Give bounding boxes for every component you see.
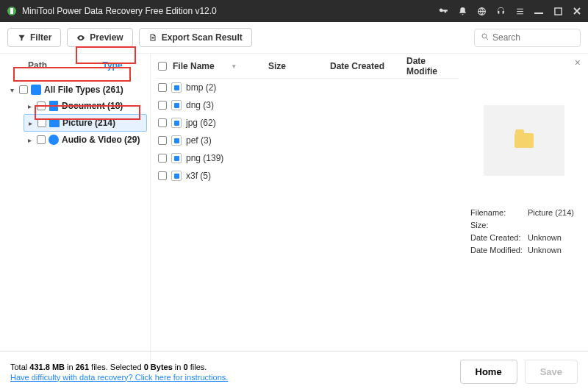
- filter-icon: [17, 33, 26, 42]
- globe-icon[interactable]: [476, 6, 487, 16]
- meta-filename-key: Filename:: [470, 208, 528, 217]
- help-link[interactable]: Have difficulty with data recovery? Clic…: [10, 373, 228, 382]
- checkbox[interactable]: [158, 136, 167, 145]
- footer: Total 431.8 MB in 261 files. Selected 0 …: [0, 351, 588, 392]
- headset-icon[interactable]: [495, 6, 506, 16]
- file-name: jpg (62): [186, 118, 459, 128]
- checkbox[interactable]: [158, 118, 167, 127]
- chevron-right-icon[interactable]: ▸: [26, 119, 35, 127]
- close-preview-icon[interactable]: ×: [575, 57, 581, 68]
- window-title: MiniTool Power Data Recovery Free Editio…: [22, 6, 438, 16]
- svg-rect-4: [554, 7, 561, 14]
- toolbar: Filter Preview Export Scan Result: [0, 22, 588, 54]
- file-list-header: File Name▾ Size Date Created Date Modifi…: [155, 54, 459, 79]
- tree-item-label: Document (18): [62, 101, 123, 111]
- chevron-down-icon[interactable]: ▾: [7, 86, 16, 94]
- column-date-created[interactable]: Date Created: [330, 61, 406, 71]
- preview-panel: × Filename:Picture (214) Size: Date Crea…: [463, 54, 588, 371]
- picture-icon: [49, 118, 60, 128]
- file-list-body: bmp (2) dng (3) jpg (62) pef (3) png (13…: [155, 79, 459, 185]
- file-row[interactable]: dng (3): [155, 96, 459, 114]
- filetype-icon: [171, 82, 182, 93]
- meta-filename-value: Picture (214): [528, 208, 578, 217]
- minimize-icon[interactable]: [534, 6, 544, 16]
- file-type-tree: ▾ All File Types (261) ▸ Document (18) ▸…: [0, 77, 150, 152]
- checkbox[interactable]: [158, 101, 167, 110]
- checkbox[interactable]: [37, 135, 46, 144]
- meta-modified-key: Date Modified:: [470, 246, 528, 254]
- column-size[interactable]: Size: [268, 61, 330, 71]
- checkbox[interactable]: [158, 83, 167, 92]
- chevron-right-icon[interactable]: ▸: [25, 136, 34, 144]
- app-icon: [6, 5, 18, 17]
- meta-size-key: Size:: [470, 221, 528, 229]
- filetype-icon: [171, 135, 182, 146]
- file-row[interactable]: pef (3): [155, 132, 459, 149]
- sort-arrow-icon: ▾: [232, 63, 236, 70]
- svg-rect-1: [10, 8, 13, 14]
- close-icon[interactable]: [572, 6, 582, 16]
- file-name: x3f (5): [186, 171, 459, 181]
- checkbox[interactable]: [158, 154, 167, 163]
- filetype-icon: [171, 118, 182, 128]
- svg-rect-3: [534, 13, 543, 14]
- tree-item-audio-video[interactable]: ▸ Audio & Video (29): [24, 132, 147, 148]
- tree-item-label: Audio & Video (29): [62, 135, 140, 145]
- preview-meta: Filename:Picture (214) Size: Date Create…: [470, 208, 578, 254]
- save-button[interactable]: Save: [525, 360, 578, 384]
- preview-button[interactable]: Preview: [67, 28, 132, 47]
- document-icon: [49, 101, 59, 111]
- menu-icon[interactable]: [514, 6, 525, 16]
- export-button[interactable]: Export Scan Result: [139, 28, 252, 47]
- search-box[interactable]: [474, 29, 581, 47]
- meta-created-key: Date Created:: [470, 233, 528, 242]
- audio-video-icon: [49, 135, 59, 145]
- search-icon: [481, 32, 490, 43]
- filter-label: Filter: [30, 32, 51, 43]
- tree-item-picture[interactable]: ▸ Picture (214): [24, 114, 147, 132]
- filetype-icon: [171, 100, 182, 110]
- file-row[interactable]: jpg (62): [155, 114, 459, 132]
- file-name: pef (3): [186, 135, 459, 146]
- tab-type[interactable]: Type: [75, 54, 150, 77]
- checkbox[interactable]: [158, 171, 167, 180]
- file-name: dng (3): [186, 100, 459, 110]
- sidebar-tabs: Path Type: [0, 54, 150, 77]
- column-filename[interactable]: File Name▾: [173, 61, 268, 71]
- maximize-icon[interactable]: [553, 6, 563, 16]
- filter-button[interactable]: Filter: [7, 28, 61, 47]
- filetype-icon: [171, 153, 182, 163]
- footer-stats: Total 431.8 MB in 261 files. Selected 0 …: [10, 363, 228, 382]
- file-row[interactable]: x3f (5): [155, 167, 459, 185]
- chevron-right-icon[interactable]: ▸: [25, 102, 34, 110]
- tree-item-label: Picture (214): [62, 118, 115, 128]
- home-button[interactable]: Home: [460, 360, 517, 384]
- tree-root-all-types[interactable]: ▾ All File Types (261): [6, 82, 147, 98]
- checkbox[interactable]: [19, 85, 28, 94]
- sidebar: Path Type ▾ All File Types (261) ▸ Docum…: [0, 54, 151, 371]
- column-date-modified[interactable]: Date Modifie: [406, 56, 458, 76]
- checkbox[interactable]: [37, 118, 46, 127]
- tree-root-label: All File Types (261): [44, 85, 123, 95]
- checkbox[interactable]: [37, 101, 46, 110]
- tree-item-document[interactable]: ▸ Document (18): [24, 98, 147, 114]
- tab-path[interactable]: Path: [0, 54, 75, 77]
- search-input[interactable]: [492, 32, 573, 43]
- meta-modified-value: Unknown: [528, 246, 578, 254]
- eye-icon: [76, 33, 85, 42]
- file-row[interactable]: bmp (2): [155, 79, 459, 96]
- select-all-checkbox[interactable]: [158, 62, 167, 71]
- file-name: bmp (2): [186, 82, 459, 93]
- file-name: png (139): [186, 153, 459, 163]
- preview-label: Preview: [90, 32, 123, 43]
- export-label: Export Scan Result: [162, 32, 243, 43]
- svg-point-5: [482, 34, 487, 38]
- titlebar: MiniTool Power Data Recovery Free Editio…: [0, 0, 588, 22]
- bell-icon[interactable]: [457, 6, 467, 16]
- content: Path Type ▾ All File Types (261) ▸ Docum…: [0, 54, 588, 371]
- key-icon[interactable]: [438, 6, 448, 16]
- export-icon: [148, 33, 157, 42]
- file-row[interactable]: png (139): [155, 149, 459, 167]
- stats-line: Total 431.8 MB in 261 files. Selected 0 …: [10, 363, 228, 371]
- filetype-icon: [171, 171, 182, 181]
